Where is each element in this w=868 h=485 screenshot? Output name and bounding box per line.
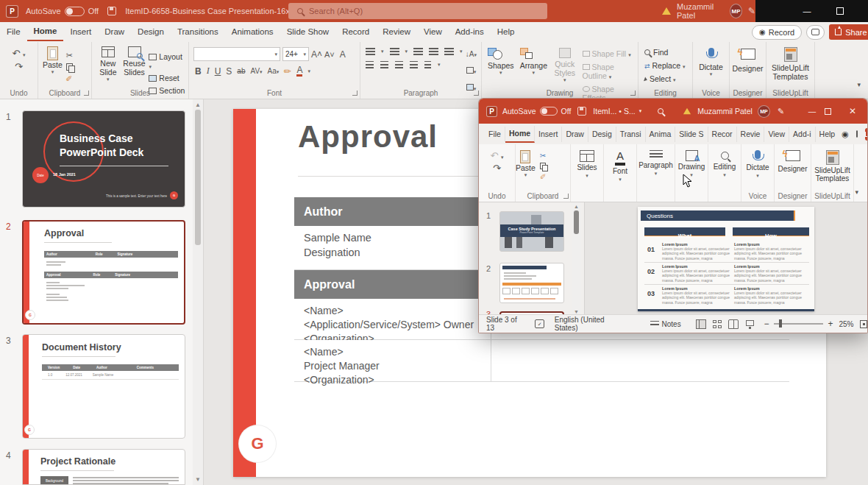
zoom-out-button[interactable]: −	[764, 319, 769, 329]
tab-slideshow[interactable]: Slide Show	[280, 24, 336, 40]
comment-icon[interactable]	[856, 130, 858, 138]
drawing-menu-button[interactable]: A Drawing▾	[675, 144, 708, 202]
title-dropdown-icon[interactable]: ▾	[639, 108, 642, 114]
questions-slide[interactable]: Questions What How 01 Lorem IpsumLorem i…	[638, 207, 814, 311]
tab-insert[interactable]: Insert	[535, 127, 562, 142]
tab-design[interactable]: Desig	[588, 127, 616, 142]
tab-review[interactable]: Review	[376, 24, 417, 40]
align-right-button[interactable]	[395, 61, 403, 68]
autosave-toggle[interactable]	[65, 7, 85, 16]
avatar[interactable]: MP	[758, 105, 770, 118]
slide-thumbnail-1[interactable]: Business Case PowerPoint Deck Date 18 Ja…	[22, 110, 185, 208]
copy-icon[interactable]	[66, 63, 73, 71]
bold-button[interactable]: B	[195, 66, 202, 77]
slide-sorter-view-button[interactable]	[713, 319, 722, 329]
drawing-dialog-launcher[interactable]	[630, 91, 636, 96]
language-status[interactable]: English (United States)	[555, 316, 625, 332]
tab-home[interactable]: Home	[505, 126, 535, 143]
align-left-button[interactable]	[366, 61, 374, 68]
format-painter-icon[interactable]: ✎	[539, 173, 547, 179]
format-painter-icon[interactable]: ✎	[65, 75, 74, 82]
tab-design[interactable]: Design	[131, 24, 171, 40]
text-shadow-button[interactable]: S	[226, 66, 232, 77]
zoom-slider-thumb[interactable]	[779, 319, 782, 328]
dictate-button[interactable]: Dictate▾	[693, 42, 729, 77]
designer-button[interactable]: Designer	[730, 42, 766, 73]
normal-view-button[interactable]	[696, 319, 706, 329]
shrink-font-button[interactable]: A˅	[324, 50, 335, 59]
overlay-thumbnail-2[interactable]	[499, 263, 564, 303]
font-color-button[interactable]: A	[296, 66, 302, 77]
user-name[interactable]: Muzammil Patel	[697, 107, 753, 116]
pen-mode-icon[interactable]: ✎	[778, 107, 784, 116]
powerpoint-app-icon[interactable]: P	[486, 106, 497, 117]
thumbnail-scrollbar[interactable]: ▲ ▼	[193, 99, 203, 485]
font-menu-button[interactable]: A Font▾	[604, 144, 637, 202]
strikethrough-button[interactable]: ab	[237, 67, 245, 75]
font-name-select[interactable]: ▾	[193, 47, 280, 61]
tab-animations[interactable]: Anima	[646, 127, 676, 142]
paragraph-dialog-launcher[interactable]	[474, 91, 479, 96]
tab-slideshow[interactable]: Slide S	[675, 127, 708, 142]
shape-outline-button[interactable]: Shape Outline ▾	[583, 63, 638, 80]
autosave-toggle[interactable]	[540, 107, 558, 116]
maximize-button[interactable]	[825, 108, 831, 115]
change-case-button[interactable]: Aa▾	[268, 67, 280, 75]
tab-view[interactable]: View	[417, 24, 449, 40]
reading-view-button[interactable]	[728, 319, 739, 329]
tab-draw[interactable]: Draw	[562, 127, 588, 142]
spellcheck-icon[interactable]: ✓	[535, 319, 544, 328]
powerpoint-app-icon[interactable]: P	[6, 5, 18, 18]
scroll-down-icon[interactable]: ▼	[193, 476, 203, 483]
tab-help[interactable]: Help	[491, 24, 522, 40]
tab-transitions[interactable]: Transitions	[171, 24, 225, 40]
justify-button[interactable]	[410, 61, 418, 68]
overlay-slide-canvas[interactable]: Questions What How 01 Lorem IpsumLorem i…	[584, 202, 867, 316]
paragraph-menu-button[interactable]: Paragraph▾	[637, 144, 675, 202]
layout-button[interactable]: Layout ▾	[149, 52, 187, 70]
text-direction-button[interactable]: ↓A▾	[466, 46, 477, 60]
character-spacing-button[interactable]: AV▾	[250, 67, 262, 75]
table-row-manager[interactable]: <Name> Project Manager <Organization>	[294, 340, 789, 382]
decrease-indent-button[interactable]	[413, 48, 423, 55]
slide-logo-circle[interactable]: G	[239, 425, 276, 462]
collapse-ribbon-chevron[interactable]: ▾	[857, 81, 861, 88]
tab-record[interactable]: Record	[335, 24, 376, 40]
slideuplift-templates-button[interactable]: SlideUpLift Templates SlideUpLift	[811, 144, 854, 202]
undo-button[interactable]: ↶ ▾	[490, 150, 503, 161]
tab-home[interactable]: Home	[27, 23, 64, 41]
slide-thumbnail-4[interactable]: Project Rationale Background	[22, 449, 185, 485]
tab-file[interactable]: File	[485, 127, 505, 142]
maximize-button[interactable]	[836, 7, 844, 15]
slideshow-view-button[interactable]	[745, 319, 755, 329]
clear-formatting-button[interactable]: A	[340, 49, 346, 60]
line-spacing-button[interactable]	[444, 48, 454, 55]
tab-transitions[interactable]: Transi	[616, 127, 646, 142]
undo-button[interactable]: ↶ ▾	[12, 48, 25, 59]
tab-view[interactable]: View	[764, 127, 789, 142]
scrollbar-thumb[interactable]	[574, 210, 579, 234]
document-title[interactable]: ItemI... • S...	[593, 107, 635, 116]
editing-menu-button[interactable]: Editing▾	[708, 144, 741, 202]
zoom-in-button[interactable]: +	[828, 319, 833, 329]
slide-counter[interactable]: Slide 3 of 13	[486, 316, 524, 332]
slideuplift-templates-button[interactable]: SlideUpLift Templates	[766, 42, 814, 81]
reset-button[interactable]: Reset	[149, 74, 187, 82]
search-icon[interactable]	[658, 108, 664, 114]
tab-draw[interactable]: Draw	[98, 24, 131, 40]
font-dialog-launcher[interactable]	[352, 91, 357, 96]
redo-button[interactable]: ↷	[493, 163, 501, 174]
font-size-select[interactable]: 24+▾	[282, 47, 309, 61]
paste-button[interactable]: Paste▾	[516, 150, 536, 178]
tab-addins[interactable]: Add-ins	[449, 24, 491, 40]
slide-thumbnail-2-selected[interactable]: Approval Author Role Signature Approval …	[22, 220, 185, 325]
notes-button[interactable]: Notes	[662, 320, 681, 328]
tab-review[interactable]: Revie	[737, 127, 765, 142]
find-button[interactable]: Find	[644, 48, 692, 57]
increase-indent-button[interactable]	[429, 48, 438, 55]
dictate-button[interactable]: Dictate▾ Voice	[741, 144, 775, 202]
fit-to-window-button[interactable]	[860, 320, 867, 328]
redo-button[interactable]: ↷	[15, 61, 23, 72]
warning-icon[interactable]	[683, 108, 691, 115]
clipboard-dialog-launcher[interactable]	[563, 194, 569, 199]
